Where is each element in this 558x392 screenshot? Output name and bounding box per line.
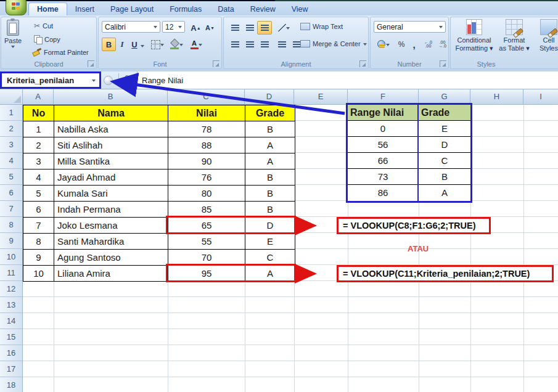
align-top-button[interactable]: [228, 21, 242, 35]
cell-A8[interactable]: 7: [23, 218, 54, 234]
cell-C4[interactable]: 90: [168, 153, 245, 169]
cell-F4[interactable]: 66: [348, 153, 419, 169]
cell-C1[interactable]: Nilai: [168, 105, 245, 121]
fill-color-button[interactable]: [168, 38, 185, 51]
row-header-10[interactable]: 10: [0, 249, 23, 265]
cell-F6[interactable]: 86: [348, 185, 419, 201]
merge-center-button[interactable]: Merge & Center: [300, 40, 367, 47]
cell-A5[interactable]: 4: [23, 169, 54, 186]
cell-F2[interactable]: 0: [348, 121, 419, 137]
align-right-button[interactable]: [257, 38, 272, 51]
cell-A1[interactable]: No: [23, 105, 54, 121]
grow-font-button[interactable]: A▲: [189, 21, 203, 35]
paste-button[interactable]: Paste: [4, 20, 22, 50]
tab-insert[interactable]: Insert: [67, 3, 102, 15]
row-header-12[interactable]: 12: [0, 281, 23, 297]
format-as-table-button[interactable]: Format as Table ▾: [498, 19, 531, 52]
paste-dropdown-icon[interactable]: [11, 46, 15, 50]
alignment-dialog-launcher-icon[interactable]: [359, 60, 366, 67]
row-header-14[interactable]: 14: [0, 313, 23, 329]
cell-D3[interactable]: A: [245, 137, 295, 153]
cell-B7[interactable]: Indah Permana: [54, 202, 168, 218]
cut-button[interactable]: ✂ Cut: [34, 22, 53, 30]
row-header-13[interactable]: 13: [0, 297, 23, 313]
shrink-font-button[interactable]: A▼: [203, 21, 217, 35]
row-header-6[interactable]: 6: [0, 185, 23, 201]
col-header-B[interactable]: B: [54, 89, 168, 105]
row-header-3[interactable]: 3: [0, 137, 23, 153]
cell-A6[interactable]: 5: [23, 186, 54, 202]
cell-A3[interactable]: 2: [23, 137, 54, 153]
row-header-16[interactable]: 16: [0, 345, 23, 361]
tab-data[interactable]: Data: [210, 3, 242, 15]
tab-formulas[interactable]: Formulas: [162, 3, 210, 15]
decrease-decimal-button[interactable]: .00 →.0: [435, 38, 449, 51]
cell-B10[interactable]: Agung Santoso: [54, 250, 168, 266]
col-header-C[interactable]: C: [168, 89, 245, 105]
align-center-button[interactable]: [242, 38, 257, 51]
cell-D1[interactable]: Grade: [245, 105, 295, 121]
cell-B8[interactable]: Joko Lesmana: [54, 218, 168, 234]
cell-B4[interactable]: Milla Santika: [54, 153, 168, 169]
cell-G3[interactable]: D: [419, 137, 470, 153]
row-header-2[interactable]: 2: [0, 121, 23, 137]
row-header-15[interactable]: 15: [0, 329, 23, 345]
row-header-1[interactable]: 1: [0, 105, 23, 121]
col-header-D[interactable]: D: [245, 89, 294, 105]
underline-button[interactable]: U: [128, 38, 141, 51]
font-name-select[interactable]: Calibri: [102, 21, 160, 33]
underline-dropdown-icon[interactable]: [141, 45, 144, 49]
number-dialog-launcher-icon[interactable]: [440, 60, 446, 67]
cell-B2[interactable]: Nabilla Aska: [54, 121, 168, 137]
col-header-H[interactable]: H: [470, 89, 523, 105]
cell-F3[interactable]: 56: [348, 137, 419, 153]
name-box-dropdown-icon[interactable]: [92, 80, 96, 84]
cell-C2[interactable]: 78: [168, 121, 245, 137]
cell-B5[interactable]: Jayadi Ahmad: [54, 169, 168, 186]
row-header-9[interactable]: 9: [0, 233, 23, 249]
accounting-format-button[interactable]: [374, 38, 393, 51]
comma-style-button[interactable]: ,: [408, 38, 420, 51]
cell-B1[interactable]: Nama: [54, 105, 168, 121]
align-bottom-button[interactable]: [257, 21, 272, 35]
decrease-indent-button[interactable]: [274, 38, 289, 51]
formula-input[interactable]: Range Nilai: [137, 71, 558, 89]
cell-A2[interactable]: 1: [23, 121, 54, 137]
row-header-7[interactable]: 7: [0, 201, 23, 217]
font-dialog-launcher-icon[interactable]: [213, 60, 220, 67]
tab-view[interactable]: View: [284, 3, 316, 15]
cell-G2[interactable]: E: [419, 121, 470, 137]
cell-B11[interactable]: Liliana Amira: [54, 266, 168, 282]
font-color-button[interactable]: A: [187, 38, 205, 51]
cell-C5[interactable]: 76: [168, 169, 245, 186]
orientation-button[interactable]: [274, 21, 293, 35]
cell-B6[interactable]: Kumala Sari: [54, 186, 168, 202]
cell-C3[interactable]: 88: [168, 137, 245, 153]
cell-D9[interactable]: E: [245, 234, 295, 250]
cell-G6[interactable]: A: [419, 185, 470, 201]
align-middle-button[interactable]: [242, 21, 257, 35]
cell-D5[interactable]: B: [245, 169, 295, 186]
cell-C9[interactable]: 55: [168, 234, 245, 250]
row-header-4[interactable]: 4: [0, 153, 23, 169]
cell-A4[interactable]: 3: [23, 153, 54, 169]
row-header-18[interactable]: 18: [0, 377, 23, 392]
number-format-select[interactable]: General: [374, 21, 446, 33]
italic-button[interactable]: I: [116, 38, 128, 51]
cell-D2[interactable]: B: [245, 121, 295, 137]
cell-C6[interactable]: 80: [168, 186, 245, 202]
tab-page-layout[interactable]: Page Layout: [102, 3, 162, 15]
cell-A7[interactable]: 6: [23, 202, 54, 218]
cell-A11[interactable]: 10: [23, 266, 54, 282]
cell-D6[interactable]: B: [245, 186, 295, 202]
align-left-button[interactable]: [228, 38, 242, 51]
cell-G4[interactable]: C: [419, 153, 470, 169]
format-painter-button[interactable]: Format Painter: [33, 49, 89, 56]
cell-B3[interactable]: Siti Aslihah: [54, 137, 168, 153]
row-header-11[interactable]: 11: [0, 265, 23, 281]
cell-A10[interactable]: 9: [23, 250, 54, 266]
cell-B9[interactable]: Santi Mahardika: [54, 234, 168, 250]
row-header-8[interactable]: 8: [0, 217, 23, 233]
cell-A9[interactable]: 8: [23, 234, 54, 250]
wrap-text-button[interactable]: Wrap Text: [300, 23, 343, 30]
